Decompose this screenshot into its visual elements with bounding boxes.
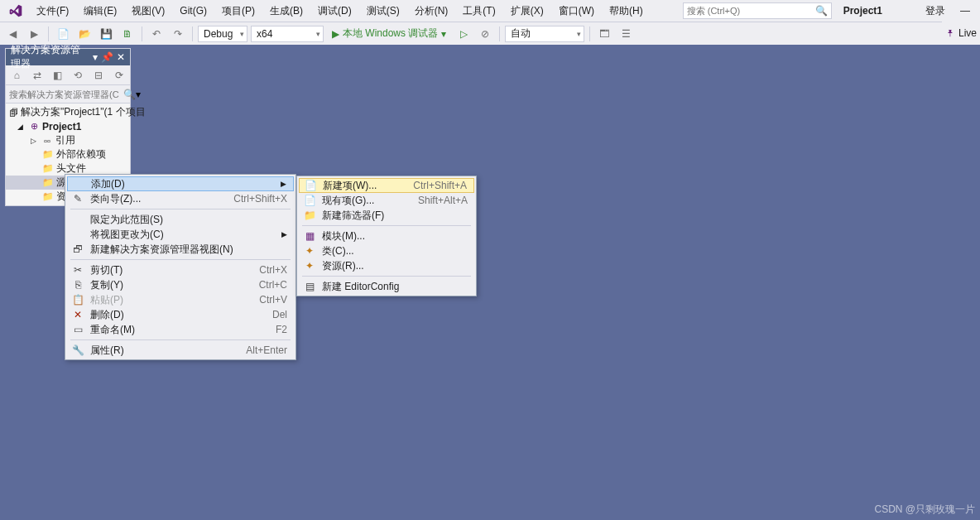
ctx-properties[interactable]: 🔧属性(R)Alt+Enter	[67, 343, 294, 358]
nav-fwd-icon[interactable]: ▶	[25, 25, 43, 43]
folder-icon: 📁	[42, 149, 54, 161]
menubar: 文件(F) 编辑(E) 视图(V) Git(G) 项目(P) 生成(B) 调试(…	[0, 0, 980, 22]
ctx-label: 删除(D)	[90, 308, 267, 322]
ctx-module[interactable]: ▦模块(M)...	[299, 229, 474, 243]
menu-edit[interactable]: 编辑(E)	[77, 2, 123, 21]
ctx-rename[interactable]: ▭重命名(M)F2	[67, 322, 294, 337]
ctx-new-item[interactable]: 📄新建项(W)...Ctrl+Shift+A	[299, 178, 474, 193]
solution-icon: 🗐	[9, 107, 18, 118]
ctx-resource[interactable]: ✦资源(R)...	[299, 258, 474, 273]
redo-icon[interactable]: ↷	[169, 25, 187, 43]
toolbar: ◀ ▶ 📄 📂 💾 🗎 ↶ ↷ Debug x64 ▶ 本地 Windows 调…	[0, 22, 980, 45]
ctx-label: 属性(R)	[90, 344, 241, 358]
refs-icon: ▫▫	[41, 135, 53, 147]
nav-back-icon[interactable]: ◀	[3, 25, 22, 43]
menu-test[interactable]: 测试(S)	[360, 2, 406, 21]
pending-icon[interactable]: ◧	[50, 66, 65, 84]
menu-project[interactable]: 项目(P)	[215, 2, 262, 21]
dropdown-icon[interactable]: ▾	[93, 51, 98, 63]
live-share-icon: 🖈	[945, 27, 955, 39]
wrench-icon: 🔧	[70, 344, 85, 356]
ctx-label: 现有项(G)...	[322, 194, 413, 208]
auto-combo[interactable]: 自动	[505, 26, 584, 42]
start-debug-button[interactable]: ▶ 本地 Windows 调试器 ▾	[327, 26, 451, 41]
refresh-icon[interactable]: ⟳	[111, 66, 127, 84]
global-search[interactable]: 🔍	[683, 2, 832, 19]
save-all-icon[interactable]: 🗎	[118, 25, 137, 43]
minimize-icon[interactable]: —	[960, 5, 970, 17]
menu-window[interactable]: 窗口(W)	[552, 2, 601, 21]
ctx-scope[interactable]: 限定为此范围(S)	[67, 212, 294, 227]
start-no-debug-icon[interactable]: ▷	[454, 25, 473, 43]
live-share[interactable]: 🖈 Live	[942, 22, 980, 45]
switch-view-icon[interactable]: ⇄	[30, 66, 46, 84]
ctx-paste: 📋粘贴(P)Ctrl+V	[67, 292, 294, 307]
wizard-icon: ✎	[70, 193, 85, 205]
expander-icon[interactable]: ▷	[31, 137, 39, 145]
sync-icon[interactable]: ⟲	[70, 66, 86, 84]
ctx-label: 新建 EditorConfig	[322, 280, 468, 294]
editorconfig-icon: ▤	[302, 281, 317, 292]
save-icon[interactable]: 💾	[97, 25, 115, 43]
menu-extensions[interactable]: 扩展(X)	[504, 2, 550, 21]
platform-combo[interactable]: x64	[251, 26, 324, 42]
ctx-newview[interactable]: 🗗新建解决方案资源管理器视图(N)	[67, 242, 294, 257]
ctx-new-filter[interactable]: 📁新建筛选器(F)	[299, 208, 474, 223]
ctx-label: 添加(D)	[91, 177, 269, 191]
menu-view[interactable]: 视图(V)	[125, 2, 171, 21]
ctx-cut[interactable]: ✂剪切(T)Ctrl+X	[67, 262, 294, 277]
expander-icon[interactable]: ◢	[17, 123, 26, 131]
ctx-add[interactable]: 添加(D)▶	[67, 176, 294, 191]
separator	[48, 26, 49, 41]
ctx-label: 新建筛选器(F)	[322, 209, 468, 223]
menu-tools[interactable]: 工具(T)	[456, 2, 502, 21]
menu-help[interactable]: 帮助(H)	[603, 2, 650, 21]
collapse-icon[interactable]: ⊟	[91, 66, 107, 84]
menu-analyze[interactable]: 分析(N)	[408, 2, 455, 21]
ctx-changeview[interactable]: 将视图更改为(C)▶	[67, 227, 294, 242]
ctx-existing-item[interactable]: 📄现有项(G)...Shift+Alt+A	[299, 193, 474, 208]
panel-titlebar[interactable]: 解决方案资源管理器 ▾ 📌 ✕	[6, 49, 130, 65]
login-link[interactable]: 登录	[925, 4, 945, 18]
copy-icon: ⎘	[70, 279, 85, 291]
folder-icon: 📁	[42, 163, 54, 175]
solution-node[interactable]: 🗐解决方案"Project1"(1 个项目	[6, 105, 130, 119]
project-node[interactable]: ◢⊕Project1	[6, 119, 130, 133]
existing-item-icon: 📄	[302, 195, 317, 206]
menu-build[interactable]: 生成(B)	[263, 2, 310, 21]
vs-logo-icon	[8, 3, 23, 18]
shortcut: Alt+Enter	[246, 344, 287, 356]
panel-search[interactable]: 🔍 ▾	[6, 85, 130, 104]
delete-icon: ✕	[70, 309, 85, 320]
ctx-delete[interactable]: ✕删除(D)Del	[67, 307, 294, 322]
class-icon: ✦	[302, 245, 317, 257]
menu-git[interactable]: Git(G)	[173, 2, 214, 19]
config-combo[interactable]: Debug	[198, 26, 247, 42]
new-project-icon[interactable]: 📄	[54, 25, 72, 43]
menu-debug[interactable]: 调试(D)	[311, 2, 358, 21]
separator	[142, 26, 142, 41]
ctx-copy[interactable]: ⎘复制(Y)Ctrl+C	[67, 277, 294, 292]
separator	[70, 209, 291, 209]
refs-node[interactable]: ▷▫▫引用	[6, 133, 130, 147]
debugger-label: 本地 Windows 调试器	[343, 26, 438, 41]
ctx-label: 剪切(T)	[90, 263, 254, 277]
context-menu: 添加(D)▶ ✎类向导(Z)...Ctrl+Shift+X 限定为此范围(S) …	[65, 174, 296, 360]
panel-search-input[interactable]	[9, 89, 123, 99]
list-icon[interactable]: ☰	[617, 25, 635, 43]
open-icon[interactable]: 📂	[75, 25, 94, 43]
ctx-wizard[interactable]: ✎类向导(Z)...Ctrl+Shift+X	[67, 191, 294, 206]
step-icon[interactable]: ⊘	[476, 25, 494, 43]
ctx-editorconfig[interactable]: ▤新建 EditorConfig	[299, 279, 474, 294]
close-icon[interactable]: ✕	[117, 51, 125, 63]
undo-icon[interactable]: ↶	[147, 25, 166, 43]
search-input[interactable]	[687, 6, 815, 16]
toolbox-icon[interactable]: 🗔	[595, 25, 613, 43]
ctx-class[interactable]: ✦类(C)...	[299, 243, 474, 258]
external-node[interactable]: 📁外部依赖项	[6, 147, 130, 161]
chevron-down-icon[interactable]: ▾	[136, 89, 141, 100]
home-icon[interactable]: ⌂	[9, 66, 25, 84]
menu-file[interactable]: 文件(F)	[30, 2, 75, 21]
pin-icon[interactable]: 📌	[101, 51, 113, 63]
ctx-label: 新建项(W)...	[323, 179, 408, 193]
